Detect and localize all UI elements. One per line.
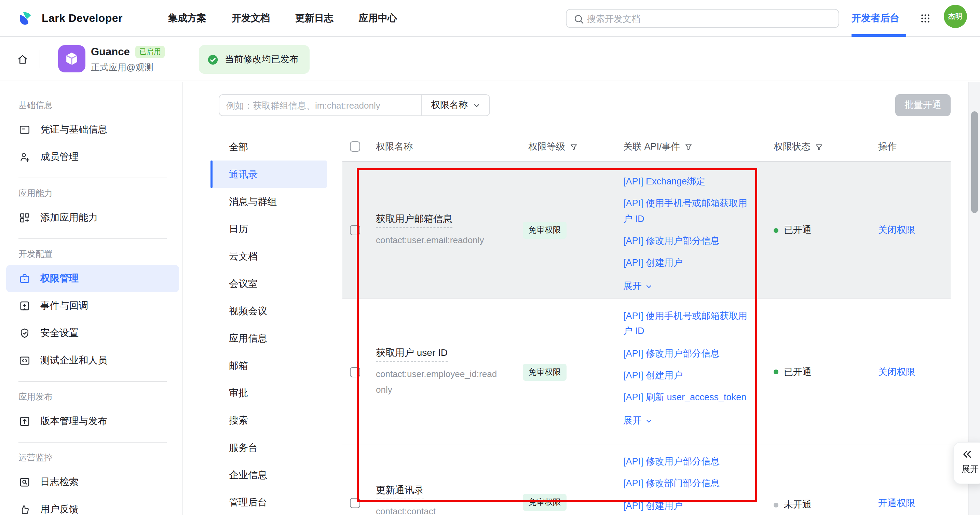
category-item[interactable]: 视频会议 — [210, 297, 327, 324]
expand-apis-label: 展开 — [623, 415, 642, 427]
lark-developer-console: Lark Developer 集成方案开发文档更新日志应用中心 开发者后台 杰明… — [0, 0, 980, 515]
permission-search-input[interactable] — [220, 95, 421, 115]
api-link[interactable]: [API] 修改用户部分信息 — [623, 346, 753, 361]
category-item[interactable]: 全部 — [210, 133, 327, 161]
expand-panel-button[interactable]: 展开 — [953, 442, 980, 484]
category-item[interactable]: 管理后台 — [210, 488, 327, 515]
api-link[interactable]: [API] 创建用户 — [623, 498, 753, 513]
apps-grid-icon[interactable] — [920, 13, 931, 24]
category-item[interactable]: 会议室 — [210, 270, 327, 297]
brand[interactable]: Lark Developer — [18, 0, 123, 37]
api-link[interactable]: [API] 创建用户 — [623, 256, 753, 271]
category-item[interactable]: 企业信息 — [210, 461, 327, 488]
publish-banner: 当前修改均已发布 — [199, 45, 310, 74]
sidebar-item[interactable]: 事件与回调 — [0, 292, 183, 319]
sidebar-item[interactable]: 日志检索 — [0, 469, 183, 496]
permission-search-box — [219, 94, 422, 116]
sidebar-item[interactable]: 用户反馈 — [0, 496, 183, 515]
log-search-icon — [19, 476, 31, 488]
nav-item-3[interactable]: 应用中心 — [359, 12, 397, 25]
api-link[interactable]: [API] 修改用户部分信息 — [623, 234, 753, 249]
upload-square-icon — [19, 415, 31, 428]
sidebar-group-label: 应用能力 — [19, 185, 183, 202]
doc-search-input[interactable] — [587, 10, 833, 27]
category-item[interactable]: 通讯录 — [210, 161, 327, 188]
category-item[interactable]: 消息与群组 — [210, 188, 327, 215]
status-label: 已开通 — [784, 224, 811, 236]
table-row: 获取用户 user IDcontact:user.employee_id:rea… — [342, 299, 951, 445]
sidebar-item-label: 成员管理 — [40, 151, 79, 163]
category-item[interactable]: 审批 — [210, 379, 327, 406]
sidebar-item-label: 添加应用能力 — [40, 212, 98, 224]
sidebar-item[interactable]: 凭证与基础信息 — [0, 116, 183, 143]
sidebar-divider — [19, 178, 167, 178]
row-action-link[interactable]: 关闭权限 — [878, 224, 915, 236]
sidebar-item-label: 用户反馈 — [40, 503, 79, 515]
row-action-link[interactable]: 关闭权限 — [878, 366, 915, 378]
permission-scope: contact:user.employee_id:readonly — [376, 366, 500, 398]
sidebar-item-label: 安全设置 — [40, 327, 79, 339]
funnel-icon — [815, 142, 824, 151]
scrollbar-thumb[interactable] — [971, 111, 978, 213]
thumbs-up-icon — [19, 503, 31, 515]
permission-name[interactable]: 获取用户 user ID — [376, 347, 448, 362]
avatar[interactable]: 杰明 — [944, 5, 967, 28]
permission-scope: contact:user.email:readonly — [376, 232, 500, 248]
api-link[interactable]: [API] 修改部门部分信息 — [623, 477, 753, 492]
status-badge: 已启用 — [135, 46, 165, 58]
permission-name[interactable]: 更新通讯录 — [376, 484, 424, 499]
category-item[interactable]: 服务台 — [210, 434, 327, 461]
column-header-label: 操作 — [878, 141, 897, 153]
status-dot-icon — [773, 370, 778, 374]
expand-apis-link[interactable]: 展开 — [623, 280, 753, 292]
row-checkbox[interactable] — [350, 498, 360, 508]
sidebar-item[interactable]: 添加应用能力 — [0, 204, 183, 232]
column-header-label: 关联 API/事件 — [623, 141, 680, 153]
console-tab[interactable]: 开发者后台 — [851, 0, 899, 37]
api-link[interactable]: [API] 使用手机号或邮箱获取用户 ID — [623, 196, 753, 227]
event-callback-icon — [19, 300, 31, 312]
row-checkbox[interactable] — [350, 367, 360, 377]
brand-text: Lark Developer — [42, 12, 123, 25]
nav-item-1[interactable]: 开发文档 — [232, 12, 270, 25]
expand-apis-link[interactable]: 展开 — [623, 415, 753, 427]
nav-menu: 集成方案开发文档更新日志应用中心 — [168, 0, 397, 37]
column-header-label: 权限状态 — [773, 141, 810, 153]
sidebar-item[interactable]: 权限管理 — [6, 265, 179, 292]
row-action-link[interactable]: 开通权限 — [878, 497, 915, 510]
category-item[interactable]: 应用信息 — [210, 324, 327, 352]
api-link[interactable]: [API] Exchange绑定 — [623, 174, 753, 189]
api-link[interactable]: [API] 修改用户部分信息 — [623, 454, 753, 470]
category-item[interactable]: 邮箱 — [210, 352, 327, 379]
api-link[interactable]: [API] 使用手机号或邮箱获取用户 ID — [623, 309, 753, 339]
api-link[interactable]: [API] 创建用户 — [623, 368, 753, 383]
permission-name[interactable]: 获取用户邮箱信息 — [376, 213, 452, 228]
category-item[interactable]: 日历 — [210, 215, 327, 242]
nav-item-0[interactable]: 集成方案 — [168, 12, 207, 25]
sidebar-item[interactable]: 安全设置 — [0, 319, 183, 347]
category-item[interactable]: 搜索 — [210, 406, 327, 434]
chevron-down-sm-icon — [645, 283, 653, 290]
home-icon[interactable] — [16, 53, 29, 65]
permission-level-badge: 免审权限 — [523, 494, 566, 511]
search-field-select[interactable]: 权限名称 — [421, 94, 490, 116]
table-row: 更新通讯录contact:contact免审权限[API] 修改用户部分信息[A… — [342, 445, 951, 515]
permission-status: 已开通 — [773, 224, 811, 236]
select-all-checkbox[interactable] — [350, 141, 360, 152]
api-links-cell: [API] 修改用户部分信息[API] 修改部门部分信息[API] 创建用户 — [623, 454, 753, 515]
person-add-icon — [19, 151, 31, 163]
category-list: 全部通讯录消息与群组日历云文档会议室视频会议应用信息邮箱审批搜索服务台企业信息管… — [210, 133, 327, 515]
api-link[interactable]: [API] 刷新 user_access_token — [623, 390, 753, 405]
sidebar-item-label: 日志检索 — [40, 476, 79, 488]
sidebar-item-label: 权限管理 — [40, 273, 79, 285]
sidebar-item[interactable]: 测试企业和人员 — [0, 347, 183, 374]
header-divider — [40, 50, 40, 68]
sidebar-item[interactable]: 成员管理 — [0, 143, 183, 171]
nav-item-2[interactable]: 更新日志 — [295, 12, 334, 25]
category-item[interactable]: 云文档 — [210, 242, 327, 270]
status-dot-icon — [773, 228, 778, 232]
row-checkbox[interactable] — [350, 225, 360, 235]
api-links-cell: [API] 使用手机号或邮箱获取用户 ID[API] 修改用户部分信息[API]… — [623, 309, 753, 427]
bulk-enable-button[interactable]: 批量开通 — [895, 94, 951, 116]
sidebar-item[interactable]: 版本管理与发布 — [0, 408, 183, 435]
